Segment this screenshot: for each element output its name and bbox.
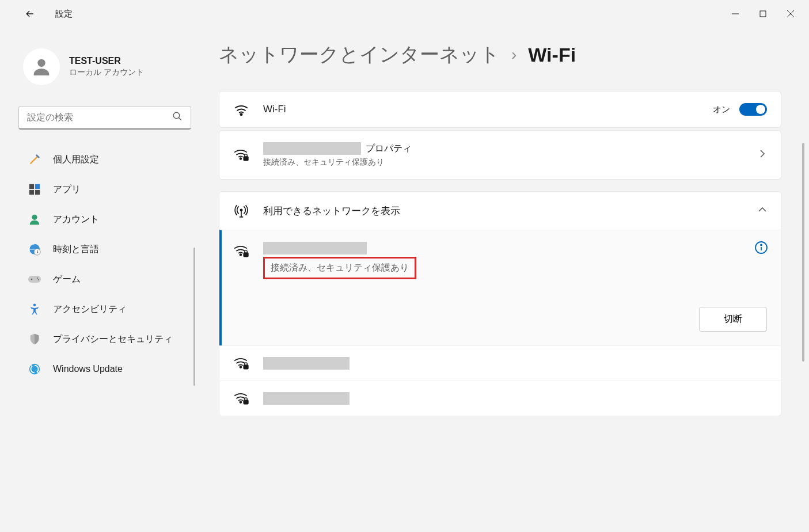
clock-globe-icon bbox=[28, 242, 41, 256]
sidebar-item-apps[interactable]: アプリ bbox=[18, 176, 187, 203]
wifi-secure-icon bbox=[233, 356, 249, 373]
annotation-highlight: 接続済み、セキュリティ保護あり bbox=[263, 257, 416, 279]
toggle-state-label: オン bbox=[713, 104, 730, 115]
network-item-connected[interactable]: 接続済み、セキュリティ保護あり 切断 bbox=[219, 230, 781, 345]
sidebar-item-windows-update[interactable]: Windows Update bbox=[18, 355, 187, 383]
search-input[interactable] bbox=[27, 112, 172, 123]
chevron-right-icon: › bbox=[511, 45, 516, 64]
breadcrumb-parent[interactable]: ネットワークとインターネット bbox=[219, 41, 500, 68]
wifi-properties-card[interactable]: プロパティ 接続済み、セキュリティ保護あり bbox=[219, 130, 781, 180]
sidebar-item-label: 時刻と言語 bbox=[53, 244, 99, 256]
available-networks-title: 利用できるネットワークを表示 bbox=[263, 204, 744, 218]
properties-suffix: プロパティ bbox=[366, 143, 412, 155]
network-item[interactable] bbox=[219, 345, 781, 381]
sidebar-item-label: アカウント bbox=[53, 214, 99, 226]
sidebar-item-accounts[interactable]: アカウント bbox=[18, 206, 187, 233]
user-subtitle: ローカル アカウント bbox=[69, 67, 144, 78]
minimize-icon bbox=[732, 10, 739, 17]
available-networks-section: 利用できるネットワークを表示 接続済み、セキュリティ保護あり 切断 bbox=[219, 191, 781, 416]
svg-rect-14 bbox=[28, 276, 41, 283]
maximize-button[interactable] bbox=[749, 2, 777, 25]
svg-rect-10 bbox=[35, 190, 40, 195]
sidebar-item-label: ゲーム bbox=[53, 273, 81, 286]
user-name: TEST-USER bbox=[69, 56, 144, 66]
wifi-toggle[interactable] bbox=[739, 103, 767, 116]
nav-list: 個人用設定 アプリ アカウント 時刻と言語 ゲーム アクセシビリティ bbox=[18, 146, 187, 383]
minimize-button[interactable] bbox=[721, 2, 749, 25]
search-box[interactable] bbox=[18, 106, 191, 130]
network-name-redacted bbox=[263, 392, 350, 405]
wifi-title: Wi-Fi bbox=[263, 104, 699, 115]
paintbrush-icon bbox=[28, 153, 41, 166]
svg-point-4 bbox=[37, 59, 45, 67]
svg-rect-29 bbox=[244, 365, 248, 368]
network-name-redacted bbox=[263, 357, 350, 370]
wifi-secure-icon bbox=[233, 392, 249, 408]
main-scrollbar[interactable] bbox=[802, 143, 804, 362]
svg-point-27 bbox=[761, 245, 762, 246]
arrow-left-icon bbox=[24, 8, 36, 20]
sidebar-item-label: Windows Update bbox=[53, 364, 123, 374]
breadcrumb-current: Wi-Fi bbox=[528, 44, 576, 66]
svg-rect-22 bbox=[244, 157, 248, 160]
gamepad-icon bbox=[28, 272, 41, 286]
info-icon[interactable] bbox=[754, 241, 768, 254]
chevron-right-icon bbox=[758, 149, 767, 161]
svg-rect-8 bbox=[35, 184, 40, 189]
person-icon bbox=[30, 55, 53, 78]
accessibility-icon bbox=[28, 302, 41, 316]
back-button[interactable] bbox=[18, 2, 41, 25]
svg-point-11 bbox=[32, 215, 37, 220]
breadcrumb: ネットワークとインターネット › Wi-Fi bbox=[219, 41, 781, 68]
avatar bbox=[23, 48, 60, 85]
disconnect-button[interactable]: 切断 bbox=[699, 307, 767, 332]
wifi-toggle-card: Wi-Fi オン bbox=[219, 91, 781, 128]
main-content: ネットワークとインターネット › Wi-Fi Wi-Fi オン プロパティ 接続… bbox=[196, 28, 809, 532]
sidebar-item-time-language[interactable]: 時刻と言語 bbox=[18, 235, 187, 263]
sidebar-item-label: アクセシビリティ bbox=[53, 303, 127, 316]
antenna-icon bbox=[233, 203, 249, 218]
close-icon bbox=[787, 10, 795, 18]
svg-rect-25 bbox=[244, 253, 248, 256]
svg-point-16 bbox=[37, 278, 38, 279]
svg-point-5 bbox=[173, 112, 180, 119]
sidebar-item-label: アプリ bbox=[53, 184, 81, 196]
network-name-redacted bbox=[263, 142, 361, 155]
svg-point-17 bbox=[38, 279, 39, 280]
network-item[interactable] bbox=[219, 381, 781, 416]
sidebar-item-label: 個人用設定 bbox=[53, 154, 99, 166]
wifi-secure-icon bbox=[233, 148, 249, 162]
title-bar: 設定 bbox=[0, 0, 809, 28]
svg-rect-9 bbox=[29, 190, 34, 195]
svg-line-6 bbox=[178, 117, 181, 120]
svg-rect-31 bbox=[244, 400, 248, 404]
network-name-redacted bbox=[263, 242, 367, 254]
svg-rect-1 bbox=[760, 11, 766, 17]
window-controls bbox=[721, 2, 804, 25]
svg-point-20 bbox=[240, 113, 242, 115]
wifi-secure-icon bbox=[233, 244, 249, 260]
maximize-icon bbox=[759, 10, 766, 17]
close-button[interactable] bbox=[777, 2, 804, 25]
apps-icon bbox=[28, 183, 41, 196]
sidebar-item-label: プライバシーとセキュリティ bbox=[53, 333, 173, 345]
wifi-icon bbox=[233, 103, 249, 116]
svg-point-24 bbox=[240, 254, 242, 256]
sidebar-item-privacy[interactable]: プライバシーとセキュリティ bbox=[18, 325, 187, 353]
svg-rect-7 bbox=[29, 184, 34, 189]
chevron-up-icon bbox=[758, 205, 767, 216]
sidebar-item-gaming[interactable]: ゲーム bbox=[18, 265, 187, 293]
account-icon bbox=[28, 212, 41, 226]
svg-point-18 bbox=[33, 303, 36, 306]
svg-point-28 bbox=[240, 366, 242, 368]
sidebar-item-accessibility[interactable]: アクセシビリティ bbox=[18, 295, 187, 323]
update-icon bbox=[28, 362, 41, 376]
properties-subtitle: 接続済み、セキュリティ保護あり bbox=[263, 157, 744, 168]
user-section[interactable]: TEST-USER ローカル アカウント bbox=[18, 41, 187, 92]
sidebar-scrollbar[interactable] bbox=[193, 248, 195, 386]
available-networks-header[interactable]: 利用できるネットワークを表示 bbox=[219, 192, 781, 230]
search-icon bbox=[172, 111, 183, 124]
shield-icon bbox=[28, 332, 41, 346]
svg-point-30 bbox=[240, 401, 242, 403]
sidebar-item-personalization[interactable]: 個人用設定 bbox=[18, 146, 187, 173]
